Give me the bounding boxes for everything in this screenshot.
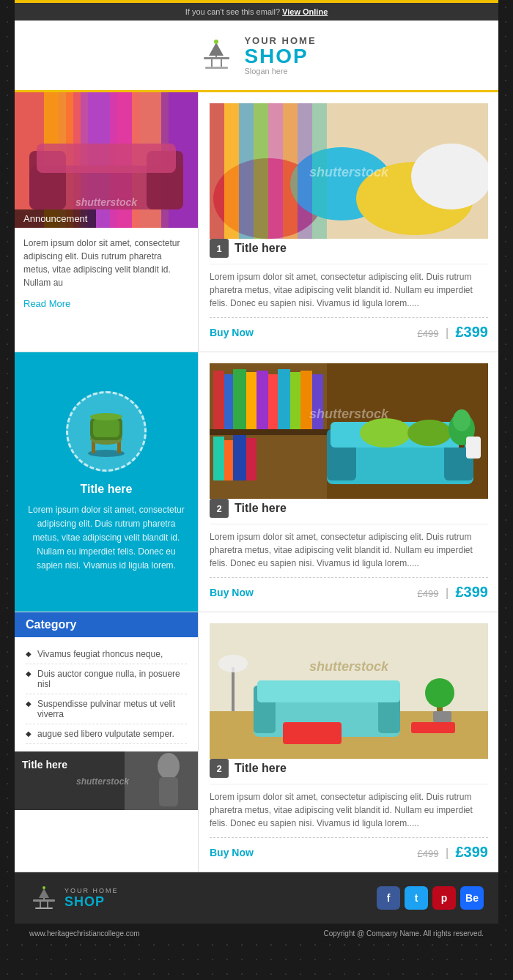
product-2-old-price: £499	[418, 588, 439, 599]
product-3-buy-now[interactable]: Buy Now	[210, 847, 254, 858]
svg-text:shutterstock: shutterstock	[75, 196, 138, 208]
svg-rect-86	[232, 667, 235, 711]
teal-text: Lorem ipsum dolor sit amet, consectetur …	[26, 503, 187, 573]
list-item: augue sed libero vulputate semper.	[26, 724, 187, 744]
logo-slogan: Slogan here	[244, 67, 316, 75]
product-1-buy-now[interactable]: Buy Now	[210, 327, 254, 338]
svg-rect-30	[268, 103, 283, 239]
svg-text:shutterstock: shutterstock	[76, 776, 130, 787]
announcement-label: Announcement	[15, 209, 96, 228]
social-behance-button[interactable]: Be	[460, 886, 484, 910]
footer-logo: YOUR HOME SHOP	[29, 883, 119, 913]
product-3-badge: 2	[210, 759, 229, 778]
svg-rect-51	[278, 369, 290, 429]
svg-point-65	[407, 420, 451, 446]
teal-box: Title here Lorem ipsum dolor sit amet, c…	[15, 352, 198, 612]
svg-rect-93	[40, 902, 41, 907]
product-1-title: Title here	[235, 242, 287, 255]
price-separator-1: |	[446, 327, 449, 339]
svg-rect-52	[290, 372, 300, 429]
svg-text:shutterstock: shutterstock	[309, 659, 389, 674]
footer-url: www.heritagechristiancollege.com	[29, 929, 140, 938]
list-item: Suspendisse pulvinar metus ut velit vive…	[26, 694, 187, 724]
product-1-price-block: £499 | £399	[418, 324, 488, 341]
product-2-badge: 2	[210, 499, 229, 518]
svg-text:shutterstock: shutterstock	[309, 407, 389, 421]
product-1-badge: 1	[210, 239, 229, 258]
social-twitter-button[interactable]: t	[405, 886, 428, 910]
footer-bottom: www.heritagechristiancollege.com Copyrig…	[15, 924, 498, 943]
svg-rect-58	[233, 435, 246, 480]
pinterest-icon: p	[441, 892, 448, 904]
svg-point-68	[453, 409, 470, 431]
price-separator-3: |	[446, 847, 449, 859]
footer-logo-shop: SHOP	[64, 894, 119, 910]
product-2-desc: Lorem ipsum dolor sit amet, consectetur …	[210, 530, 488, 570]
footer-logo-top: YOUR HOME	[64, 887, 119, 894]
svg-point-25	[411, 144, 488, 209]
svg-marker-4	[209, 42, 224, 56]
product-2-buy-now[interactable]: Buy Now	[210, 587, 254, 598]
svg-rect-47	[233, 369, 246, 429]
product-3-old-price: £499	[418, 848, 439, 859]
svg-point-98	[43, 886, 45, 889]
footer: YOUR HOME SHOP f t p Be	[15, 872, 498, 924]
svg-rect-50	[268, 374, 278, 429]
teal-circle	[66, 391, 147, 472]
svg-rect-46	[224, 374, 233, 429]
logo-text-block: YOUR HOME SHOP Slogan here	[244, 35, 316, 75]
header: YOUR HOME SHOP Slogan here	[15, 21, 498, 92]
svg-rect-48	[246, 372, 256, 429]
svg-rect-83	[257, 680, 400, 702]
view-online-link[interactable]: View Online	[282, 7, 328, 16]
list-item: Duis auctor congue nulla, in posuere nis…	[26, 664, 187, 694]
svg-text:shutterstock: shutterstock	[309, 165, 389, 179]
svg-rect-97	[43, 898, 45, 900]
product-3-desc: Lorem ipsum dolor sit amet, consectetur …	[210, 790, 488, 830]
announcement-column: shutterstock Announcement Lorem ipsum do…	[15, 92, 198, 352]
list-item: Vivamus feugiat rhoncus neque,	[26, 645, 187, 664]
category-header: Category	[15, 612, 198, 637]
svg-rect-94	[47, 902, 48, 907]
svg-rect-74	[159, 777, 178, 806]
svg-rect-29	[254, 103, 268, 239]
row-2: Title here Lorem ipsum dolor sit amet, c…	[15, 352, 498, 612]
svg-point-89	[425, 678, 454, 708]
social-facebook-button[interactable]: f	[377, 886, 400, 910]
announcement-body: Lorem ipsum dolor sit amet, consectetur …	[23, 238, 180, 288]
svg-point-73	[158, 753, 180, 779]
svg-rect-45	[213, 371, 224, 429]
read-more-link[interactable]: Read More	[15, 298, 198, 318]
svg-rect-85	[411, 722, 455, 733]
svg-point-87	[218, 655, 248, 672]
bottom-banner: shutterstock Title here	[15, 751, 198, 810]
svg-rect-90	[433, 711, 451, 722]
footer-social: f t p Be	[377, 886, 484, 910]
product-3-price-block: £499 | £399	[418, 844, 488, 861]
footer-copyright: Copyright @ Company Name. All rights res…	[323, 929, 484, 938]
svg-rect-55	[210, 429, 331, 435]
behance-icon: Be	[465, 892, 479, 904]
row-1: shutterstock Announcement Lorem ipsum do…	[15, 92, 498, 352]
product-2-new-price: £399	[456, 584, 489, 600]
product-2-price-block: £499 | £399	[418, 584, 488, 601]
svg-rect-95	[35, 907, 53, 909]
svg-point-6	[214, 40, 218, 44]
facebook-icon: f	[387, 892, 391, 904]
product-1-old-price: £499	[418, 328, 439, 339]
svg-marker-96	[39, 888, 49, 898]
price-separator-2: |	[446, 587, 449, 599]
svg-rect-2	[221, 59, 222, 67]
logo-icon	[196, 35, 237, 75]
twitter-icon: t	[415, 892, 418, 904]
svg-rect-28	[239, 103, 254, 239]
svg-rect-5	[215, 56, 217, 58]
svg-rect-56	[213, 437, 224, 480]
logo-shop-text: SHOP	[244, 46, 316, 67]
product-1-new-price: £399	[456, 324, 489, 340]
svg-rect-27	[224, 103, 239, 239]
teal-title: Title here	[81, 483, 133, 496]
social-pinterest-button[interactable]: p	[432, 886, 456, 910]
announcement-image: shutterstock Announcement	[15, 92, 198, 228]
product-1-image: shutterstock	[210, 103, 488, 239]
